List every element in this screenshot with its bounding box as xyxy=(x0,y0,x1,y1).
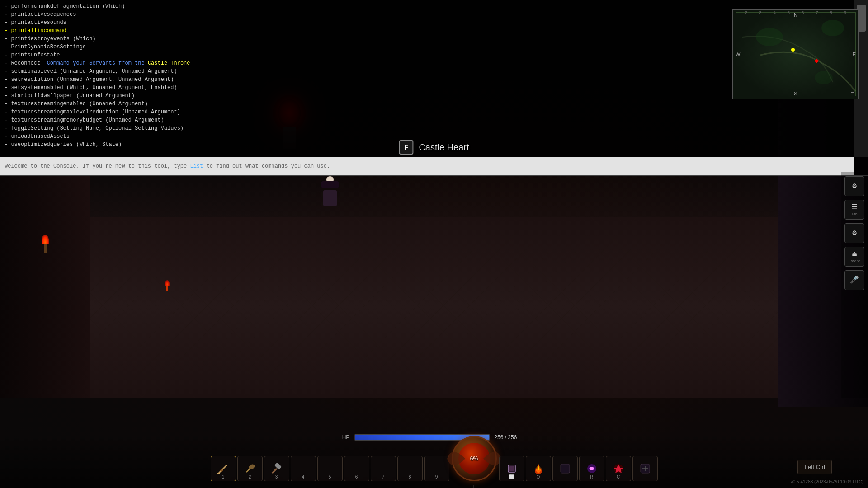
compass-north: N xyxy=(794,12,797,18)
slot-2-num: 2 xyxy=(249,474,251,479)
console-line: - printdestroyevents (Which) xyxy=(5,35,850,43)
action-slot-9[interactable]: 9 xyxy=(424,456,449,481)
minimap-num: 5 xyxy=(788,11,790,15)
gear-button-2[interactable]: ⚙ xyxy=(844,223,864,243)
console-line: - texturestreamingmemorybudget (Unnamed … xyxy=(5,116,850,124)
console-input-area[interactable]: Welcome to the Console. If you're new to… xyxy=(0,157,854,175)
char-body xyxy=(323,190,337,206)
minimap-num: 2 xyxy=(745,11,747,15)
console-line: - ToggleSetting (Setting Name, Optional … xyxy=(5,124,850,132)
left-ctrl-button[interactable]: Left Ctrl xyxy=(797,460,832,474)
minimap-num: 6 xyxy=(802,11,804,15)
action-slot-1[interactable]: 1 xyxy=(211,456,236,481)
slot-5-num: 5 xyxy=(329,474,331,479)
compass-west: W xyxy=(736,52,740,57)
svg-rect-8 xyxy=(274,462,281,469)
compass-east: E xyxy=(853,52,856,57)
console-line: - texturestreamingmaxlevelreduction (Unn… xyxy=(5,108,850,116)
slot-8-num: 8 xyxy=(409,474,411,479)
mic-button[interactable]: 🎤 xyxy=(844,270,864,290)
slot-1-num: 1 xyxy=(222,474,225,479)
hammer-icon xyxy=(269,461,284,476)
action-slot-2[interactable]: 2 xyxy=(237,456,263,481)
console-line: - printalliscommand xyxy=(5,27,850,35)
bottom-hud: 1 2 3 4 5 xyxy=(0,434,868,488)
fire-skill-icon xyxy=(531,461,546,476)
skill-slot-c[interactable]: C xyxy=(606,456,631,481)
compass-south: S xyxy=(794,91,797,96)
player-character xyxy=(316,176,344,212)
minimap-num: 3 xyxy=(759,11,761,15)
skill-slot-extra[interactable] xyxy=(632,456,658,481)
action-slot-3[interactable]: 3 xyxy=(264,456,289,481)
console-line: - setsystemenabled (Which, Unnamed Argum… xyxy=(5,84,850,92)
console-line: - Reconnect Command your Servants from t… xyxy=(5,59,850,67)
slot-6-num: 6 xyxy=(355,474,358,479)
action-slots: 1 2 3 4 5 xyxy=(211,456,449,481)
escape-icon: ⏏ xyxy=(852,251,857,258)
escape-label: Escape xyxy=(849,259,861,263)
console-line: - printactivesounds xyxy=(5,19,850,27)
minimap-num: 8 xyxy=(830,11,832,15)
svg-line-4 xyxy=(221,469,222,471)
svg-point-15 xyxy=(590,467,594,470)
escape-button[interactable]: ⏏ Escape xyxy=(844,247,864,267)
console-welcome-text: Welcome to the Console. If you're new to… xyxy=(5,163,330,169)
minimap-minimize-button[interactable]: − xyxy=(851,89,854,96)
slot-4-num: 4 xyxy=(302,474,305,479)
skill-key-c: C xyxy=(617,474,620,479)
floor-tiles xyxy=(90,217,823,398)
action-slot-7[interactable]: 7 xyxy=(371,456,396,481)
console-line: - texturestreamingenabled (Unnamed Argum… xyxy=(5,100,850,108)
version-text: v0.5.41283 (2023-05-20 10:09 UTC) xyxy=(791,479,863,484)
sword-icon xyxy=(216,461,231,476)
slot-7-num: 7 xyxy=(382,474,385,479)
settings-button[interactable]: ⚙ xyxy=(844,176,864,196)
blood-orb: 6% F xyxy=(452,436,497,481)
skill-empty-icon xyxy=(558,461,572,476)
console-line: - unloadUnusedAssets xyxy=(5,132,850,141)
skill-key-r: R xyxy=(590,474,593,479)
console-output: - performchunkdefragmentation (Which) - … xyxy=(0,0,854,157)
blood-percentage: 6% xyxy=(470,455,478,462)
hud-container: 1 2 3 4 5 xyxy=(211,436,658,481)
minimap-num: 4 xyxy=(773,11,775,15)
skill-key-q: Q xyxy=(537,474,540,479)
skill-extra-icon xyxy=(638,461,652,476)
skill-slot-utility[interactable]: ⬜ xyxy=(499,456,524,481)
interaction-prompt: F Castle Heart xyxy=(399,140,469,155)
svg-line-3 xyxy=(219,465,227,473)
action-slot-5[interactable]: 5 xyxy=(317,456,343,481)
orb-inner: 6% xyxy=(458,443,490,474)
char-shoulders xyxy=(321,181,339,188)
action-slot-8[interactable]: 8 xyxy=(397,456,423,481)
minimap-border xyxy=(736,12,856,96)
skill-r-icon xyxy=(585,461,599,476)
axe-icon xyxy=(243,461,257,476)
slot-9-num: 9 xyxy=(435,474,438,479)
slot-3-num: 3 xyxy=(275,474,278,479)
torch-mid-left xyxy=(163,280,172,298)
console-line: - PrintDynamicResSettings xyxy=(5,43,850,51)
skill-utility-icon xyxy=(505,461,519,476)
right-buttons-panel: ⚙ ☰ Tab ⚙ ⏏ Escape 🎤 xyxy=(841,172,868,398)
orb-outer: 6% xyxy=(452,436,497,481)
interaction-label: Castle Heart xyxy=(419,142,469,153)
console-line: - setresolution (Unnamed Argument, Unnam… xyxy=(5,75,850,84)
gear-icon: ⚙ xyxy=(852,230,857,237)
action-slot-6[interactable]: 6 xyxy=(344,456,369,481)
interaction-key-badge: F xyxy=(399,140,413,155)
console-line: - setmipmaplevel (Unnamed Argument, Unna… xyxy=(5,67,850,75)
action-slot-4[interactable]: 4 xyxy=(291,456,316,481)
tab-label: Tab xyxy=(852,212,858,216)
skill-slot-q[interactable]: Q xyxy=(526,456,551,481)
skill-slot-r[interactable]: R xyxy=(579,456,604,481)
skill-slots: ⬜ Q xyxy=(499,456,658,481)
tab-button[interactable]: ☰ Tab xyxy=(844,200,864,220)
skill-slot-empty[interactable] xyxy=(552,456,578,481)
console-line: - printactivesequences xyxy=(5,10,850,19)
console-line: - startbuildwallpaper (Unnamed Argument) xyxy=(5,92,850,100)
console-line: - performchunkdefragmentation (Which) xyxy=(5,2,850,10)
skill-key-utility: ⬜ xyxy=(509,474,514,479)
wall-left xyxy=(0,172,90,398)
